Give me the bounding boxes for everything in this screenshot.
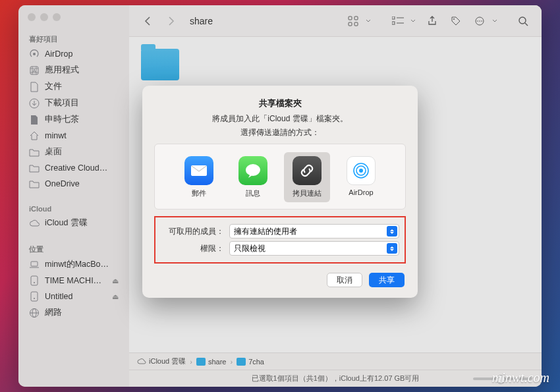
share-dialog: 共享檔案夾 將成員加入此「iCloud 雲碟」檔案夾。 選擇傳送邀請的方式： 郵… (142, 86, 418, 298)
mail-icon (184, 156, 213, 185)
share-airdrop[interactable]: AirDrop (338, 152, 384, 202)
highlighted-settings: 可取用的成員： 擁有連結的使用者 權限： 只限檢視 (154, 216, 406, 264)
access-label: 可取用的成員： (161, 226, 224, 237)
link-icon (293, 156, 322, 185)
permission-label: 權限： (161, 243, 224, 254)
share-mail[interactable]: 郵件 (176, 152, 222, 202)
select-arrows-icon (387, 243, 397, 254)
dialog-subtitle: 將成員加入此「iCloud 雲碟」檔案夾。 (142, 113, 418, 125)
modal-overlay: 共享檔案夾 將成員加入此「iCloud 雲碟」檔案夾。 選擇傳送邀請的方式： 郵… (0, 0, 560, 392)
airdrop-icon (347, 156, 376, 185)
dialog-title: 共享檔案夾 (142, 98, 418, 109)
share-messages[interactable]: 訊息 (230, 152, 276, 202)
svg-point-28 (246, 164, 260, 176)
permission-select[interactable]: 只限檢視 (229, 241, 399, 256)
share-button[interactable]: 共享 (369, 273, 405, 287)
cancel-button[interactable]: 取消 (327, 273, 362, 287)
dialog-subtitle2: 選擇傳送邀請的方式： (142, 127, 418, 138)
svg-point-29 (359, 169, 363, 173)
share-copy-link[interactable]: 拷貝連結 (284, 152, 330, 202)
messages-icon (238, 156, 267, 185)
share-methods: 郵件 訊息 拷貝連結 AirDrop (154, 144, 406, 210)
select-arrows-icon (387, 226, 397, 237)
watermark: minwt.com (492, 370, 549, 385)
access-select[interactable]: 擁有連結的使用者 (229, 224, 399, 238)
